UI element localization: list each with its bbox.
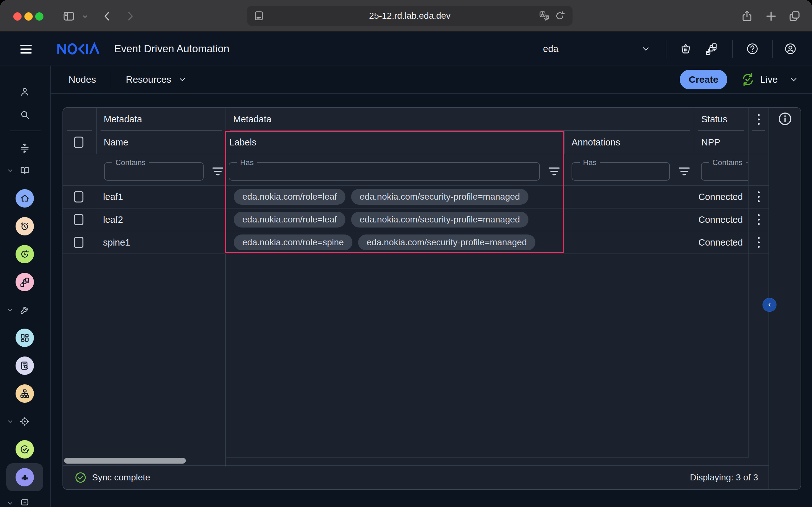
reload-icon[interactable] bbox=[554, 10, 565, 21]
sync-live-icon bbox=[741, 72, 755, 87]
row-npp-status: Connected bbox=[694, 231, 748, 253]
row-name: leaf1 bbox=[96, 186, 225, 208]
displaying-count: Displaying: 3 of 3 bbox=[690, 472, 758, 483]
row-annotations bbox=[564, 186, 694, 208]
row-name: spine1 bbox=[96, 231, 225, 253]
annotations-filter-label: Has bbox=[580, 158, 600, 167]
labels-filter-input[interactable]: Has bbox=[229, 162, 540, 181]
sidebar-item-audit[interactable] bbox=[15, 356, 34, 375]
info-side-panel bbox=[769, 108, 801, 489]
npp-filter-input[interactable]: Contains bbox=[701, 162, 748, 181]
sync-message: Sync complete bbox=[92, 472, 150, 483]
transactions-flow-icon[interactable] bbox=[705, 43, 718, 55]
live-toggle[interactable]: Live bbox=[741, 72, 798, 87]
account-icon[interactable] bbox=[784, 43, 797, 55]
sidebar-item-history[interactable] bbox=[15, 245, 34, 263]
search-icon[interactable] bbox=[19, 109, 30, 120]
header-divider bbox=[732, 40, 733, 58]
info-icon[interactable] bbox=[777, 111, 793, 126]
row-kebab-icon[interactable] bbox=[755, 189, 762, 205]
share-icon[interactable] bbox=[740, 9, 754, 23]
row-kebab-icon[interactable] bbox=[755, 212, 762, 228]
sidebar-item-nodes[interactable] bbox=[15, 468, 34, 487]
sync-complete-icon bbox=[74, 471, 87, 484]
minimize-window-button[interactable] bbox=[24, 12, 33, 20]
tools-wrench-icon[interactable] bbox=[19, 304, 30, 315]
browser-toolbar: 25-12.rd.lab.eda.dev bbox=[0, 0, 812, 32]
collapse-panel-button[interactable] bbox=[763, 298, 776, 312]
page-title: Nodes bbox=[68, 74, 96, 85]
app-store-icon[interactable] bbox=[679, 43, 692, 55]
select-all-checkbox[interactable] bbox=[74, 136, 84, 148]
labels-filter-label: Has bbox=[237, 158, 257, 167]
row-checkbox[interactable] bbox=[74, 237, 84, 248]
row-checkbox[interactable] bbox=[74, 191, 84, 203]
horizontal-scrollbar-thumb[interactable] bbox=[64, 458, 186, 464]
address-bar[interactable]: 25-12.rd.lab.eda.dev bbox=[247, 6, 572, 26]
clipped-sidebar-icon[interactable] bbox=[19, 498, 30, 507]
label-chip: eda.nokia.com/role=spine bbox=[234, 234, 352, 250]
help-icon[interactable] bbox=[746, 43, 759, 55]
sidebar-chevron-icon[interactable] bbox=[82, 13, 88, 20]
close-window-button[interactable] bbox=[13, 12, 21, 20]
table-filter-row: Contains Has Has bbox=[63, 154, 768, 186]
select-all-cell bbox=[63, 131, 96, 154]
resources-dropdown[interactable]: Resources bbox=[126, 74, 187, 85]
row-annotations bbox=[564, 209, 694, 231]
column-name: Name bbox=[96, 131, 225, 154]
name-filter-input[interactable]: Contains bbox=[104, 162, 204, 181]
create-button[interactable]: Create bbox=[680, 70, 727, 89]
chevron-down-icon bbox=[178, 75, 187, 83]
tab-overview-icon[interactable] bbox=[788, 9, 801, 23]
filter-select-cell bbox=[63, 154, 96, 185]
translate-icon[interactable] bbox=[539, 10, 550, 21]
annotations-filter-input[interactable]: Has bbox=[571, 162, 670, 181]
namespace-selector[interactable]: eda bbox=[536, 39, 660, 58]
collapse-all-icon[interactable] bbox=[19, 143, 30, 154]
sidebar-toggle-icon[interactable] bbox=[62, 9, 75, 23]
zoom-window-button[interactable] bbox=[35, 12, 44, 20]
table-row: leaf2eda.nokia.com/role=leafeda.nokia.co… bbox=[63, 209, 768, 231]
column-labels: Labels bbox=[225, 131, 564, 154]
sidebar-item-transactions[interactable] bbox=[15, 273, 34, 291]
group-status: Status bbox=[694, 108, 748, 131]
chevron-down-icon[interactable] bbox=[7, 500, 13, 506]
filter-icon[interactable] bbox=[212, 166, 224, 176]
back-icon[interactable] bbox=[101, 10, 113, 22]
filter-actions-cell bbox=[748, 154, 768, 185]
name-filter-label: Contains bbox=[112, 158, 149, 167]
label-chip: eda.nokia.com/security-profile=managed bbox=[351, 189, 528, 205]
sidebar-item-home[interactable] bbox=[15, 189, 34, 208]
new-tab-icon[interactable] bbox=[764, 9, 778, 23]
row-labels: eda.nokia.com/role=spineeda.nokia.com/se… bbox=[225, 231, 564, 253]
sidebar-item-checks[interactable] bbox=[15, 440, 34, 458]
group-select-cell bbox=[63, 108, 96, 131]
target-icon[interactable] bbox=[19, 416, 30, 427]
sidebar-item-topology[interactable] bbox=[15, 384, 34, 403]
row-labels: eda.nokia.com/role=leafeda.nokia.com/sec… bbox=[225, 186, 564, 208]
table-options-kebab-icon[interactable] bbox=[755, 112, 762, 127]
filter-icon[interactable] bbox=[678, 166, 690, 176]
label-chip: eda.nokia.com/security-profile=managed bbox=[358, 234, 536, 250]
filter-labels-cell: Has bbox=[225, 154, 564, 185]
row-checkbox[interactable] bbox=[74, 214, 84, 225]
chevron-down-icon[interactable] bbox=[7, 307, 13, 313]
forward-icon[interactable] bbox=[124, 10, 136, 22]
row-kebab-icon[interactable] bbox=[755, 234, 762, 250]
row-actions-cell bbox=[748, 186, 768, 208]
filter-npp-cell: Contains bbox=[694, 154, 748, 185]
user-icon[interactable] bbox=[19, 87, 30, 97]
url-text[interactable]: 25-12.rd.lab.eda.dev bbox=[247, 6, 572, 26]
sidebar-item-components[interactable] bbox=[15, 329, 34, 347]
sidebar-divider bbox=[10, 130, 41, 131]
column-npp: NPP bbox=[694, 131, 748, 154]
filter-icon[interactable] bbox=[548, 166, 560, 176]
chevron-down-icon[interactable] bbox=[7, 167, 13, 174]
chevron-down-icon[interactable] bbox=[789, 75, 798, 84]
menu-icon[interactable] bbox=[20, 45, 32, 54]
docs-book-icon[interactable] bbox=[19, 165, 30, 176]
table-column-header-row: Name Labels Annotations NPP bbox=[63, 131, 768, 154]
sidebar-item-alarms[interactable] bbox=[15, 217, 34, 235]
chevron-down-icon[interactable] bbox=[7, 418, 13, 425]
row-annotations bbox=[564, 231, 694, 253]
